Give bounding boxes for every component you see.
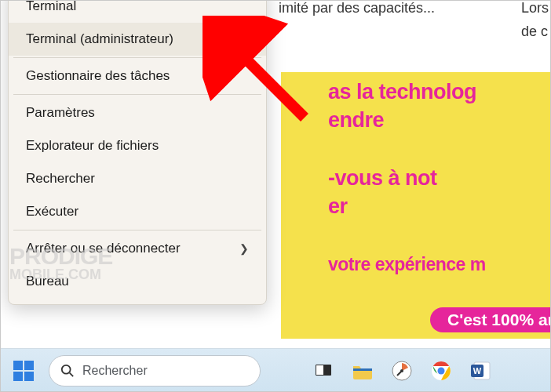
menu-item-label: Gestionnaire des tâches xyxy=(26,68,170,84)
svg-rect-9 xyxy=(353,368,372,371)
taskbar-app-gauge[interactable] xyxy=(386,355,418,387)
menu-item-file-explorer[interactable]: Explorateur de fichiers xyxy=(9,129,266,162)
ad-line: endre xyxy=(328,108,384,132)
svg-rect-1 xyxy=(13,361,23,370)
taskbar-chrome[interactable] xyxy=(425,355,457,387)
menu-separator xyxy=(13,230,261,230)
menu-item-terminal[interactable]: Terminal xyxy=(9,0,266,23)
menu-separator xyxy=(13,94,261,95)
menu-item-run[interactable]: Exécuter xyxy=(9,195,266,228)
task-view-icon xyxy=(314,361,333,380)
ad-line: votre expérience m xyxy=(328,254,486,275)
windows-logo-icon xyxy=(13,361,34,381)
search-icon xyxy=(60,364,75,378)
menu-item-label: Bureau xyxy=(26,274,69,289)
search-placeholder: Rechercher xyxy=(82,364,148,378)
svg-rect-4 xyxy=(24,372,34,381)
svg-text:W: W xyxy=(473,366,482,376)
menu-item-settings[interactable]: Paramètres xyxy=(9,96,266,129)
taskbar-task-view[interactable] xyxy=(308,355,339,387)
page-text-fragment: imité par des capacités... xyxy=(279,0,435,16)
menu-item-label: Arrêter ou se déconnecter xyxy=(26,241,181,256)
ad-cta-pill[interactable]: C'est 100% aratuit xyxy=(430,307,551,332)
svg-line-6 xyxy=(70,372,74,376)
ad-line: -vous à not xyxy=(328,166,437,191)
menu-item-desktop[interactable]: Bureau xyxy=(9,265,266,298)
page-text-fragment: de c xyxy=(521,24,548,40)
svg-point-15 xyxy=(438,367,445,374)
ad-line: as la technolog xyxy=(328,80,476,104)
chevron-right-icon: ❯ xyxy=(232,242,249,255)
svg-rect-8 xyxy=(316,365,323,375)
menu-item-label: Rechercher xyxy=(26,171,95,187)
menu-item-label: Terminal xyxy=(26,0,76,14)
page-text-fragment: Lors xyxy=(521,0,549,16)
svg-rect-3 xyxy=(13,372,23,381)
svg-point-5 xyxy=(62,365,71,373)
taskbar-file-explorer[interactable] xyxy=(347,355,378,387)
menu-item-label: Exécuter xyxy=(26,204,78,220)
folder-icon xyxy=(352,361,374,380)
taskbar: Rechercher xyxy=(0,348,551,392)
gauge-icon xyxy=(391,360,413,382)
chrome-icon xyxy=(430,360,452,382)
winx-context-menu: Terminal Terminal (administrateur) Gesti… xyxy=(8,0,267,305)
ad-line: er xyxy=(328,194,348,219)
taskbar-search[interactable]: Rechercher xyxy=(49,355,261,387)
ad-banner[interactable]: as la technolog endre -vous à not er vot… xyxy=(281,72,551,339)
start-button[interactable] xyxy=(6,355,41,387)
svg-rect-2 xyxy=(24,361,34,370)
menu-item-task-manager[interactable]: Gestionnaire des tâches xyxy=(9,60,266,93)
menu-item-search[interactable]: Rechercher xyxy=(9,162,266,195)
word-icon: W xyxy=(469,360,491,382)
menu-item-terminal-admin[interactable]: Terminal (administrateur) xyxy=(9,23,266,56)
taskbar-word[interactable]: W xyxy=(465,355,496,387)
menu-item-label: Paramètres xyxy=(26,105,95,121)
menu-item-label: Terminal (administrateur) xyxy=(26,31,173,47)
menu-item-label: Explorateur de fichiers xyxy=(26,138,159,154)
menu-item-shutdown-signout[interactable]: Arrêter ou se déconnecter ❯ xyxy=(9,232,266,265)
menu-separator xyxy=(13,57,261,58)
